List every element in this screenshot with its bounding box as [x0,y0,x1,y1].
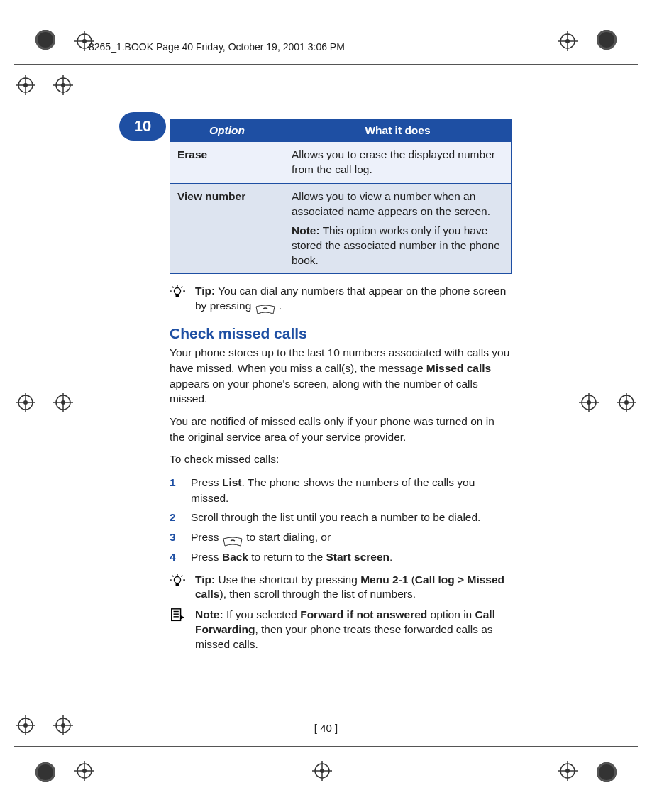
svg-line-62 [172,575,174,576]
t2: ( [408,574,414,586]
note-label: Note: [195,608,223,620]
tip-label: Tip: [195,574,215,586]
svg-point-35 [565,769,570,773]
table-header-row: Option What it does [170,120,512,142]
tip-label: Tip: [195,285,215,297]
step-number: 2 [170,510,176,525]
option-desc-text: Allows you to view a number when an asso… [292,190,490,217]
svg-point-58 [174,576,180,583]
svg-point-27 [82,769,87,773]
svg-point-3 [82,39,87,43]
option-label: View number [170,183,284,274]
steps-list: 1 Press List. The phone shows the number… [170,473,512,566]
svg-point-31 [320,769,324,773]
registration-mark-icon [74,761,94,781]
registration-mark-icon [53,393,73,412]
svg-rect-64 [172,609,181,621]
tip-text: Tip: Use the shortcut by pressing Menu 2… [195,573,512,603]
svg-point-19 [624,400,629,405]
note-label: Note: [292,224,320,236]
step-post: to start dialing, or [246,531,331,543]
registration-mark-icon [16,393,35,412]
option-desc: Allows you to erase the displayed number… [284,142,512,184]
registration-mark-icon [53,75,73,95]
cogwheel-icon [597,30,617,50]
body-paragraph: Your phone stores up to the last 10 numb… [170,345,512,407]
registration-mark-icon [617,393,636,412]
note-block: Note: If you selected Forward if not ans… [170,608,512,652]
table-row: Erase Allows you to erase the displayed … [170,142,512,184]
t1: Use the shortcut by pressing [215,574,360,586]
registration-mark-icon [579,393,599,412]
svg-point-52 [174,288,180,295]
svg-point-39 [23,83,28,87]
svg-point-15 [61,400,65,405]
svg-point-11 [23,400,28,405]
t2: option in [427,608,475,620]
b1: Menu 2-1 [360,574,408,586]
step-pre: Press [191,551,222,563]
step-item: 3 Press to start dialing, or [170,527,512,547]
registration-mark-icon [558,761,578,781]
lightbulb-icon [170,573,188,603]
running-header: 8265_1.BOOK Page 40 Friday, October 19, … [89,41,345,53]
step-bold: List [222,476,242,488]
option-note: Note: This option works only if you have… [292,224,504,268]
options-table: Option What it does Erase Allows you to … [170,119,512,274]
table-row: View number Allows you to view a number … [170,183,512,274]
page: 8265_1.BOOK Page 40 Friday, October 19, … [0,0,652,812]
call-key-icon [222,534,243,542]
svg-line-56 [172,287,174,288]
registration-mark-icon [16,75,35,95]
cogwheel-icon [597,762,617,782]
registration-mark-icon [558,31,578,51]
col-option: Option [170,120,284,142]
svg-point-7 [565,39,570,43]
step-bold: Back [222,551,248,563]
t1: If you selected [223,608,301,620]
step-item: 2 Scroll through the list until you reac… [170,508,512,527]
tip-block: Tip: You can dial any numbers that appea… [170,284,512,314]
option-label: Erase [170,142,284,184]
crop-rule-top [14,64,638,65]
t3: ), then scroll through the list of numbe… [219,588,416,600]
crop-rule-bottom [14,746,638,747]
svg-line-63 [182,575,183,576]
p1b: Missed calls [426,362,491,374]
note-page-icon [170,608,188,652]
b1: Forward if not answered [300,608,427,620]
step-pre: Press [191,476,222,488]
page-number: [ 40 ] [0,722,652,734]
lightbulb-icon [170,284,188,314]
cogwheel-icon [35,30,55,50]
svg-point-23 [587,400,591,405]
step-item: 1 Press List. The phone shows the number… [170,473,512,508]
step-bold2: Start screen [326,551,389,563]
option-desc: Allows you to view a number when an asso… [284,183,512,274]
call-key-icon [255,302,276,311]
tip-after: . [276,300,282,312]
step-mid: to return to the [248,551,326,563]
col-what: What it does [284,120,512,142]
chapter-tab: 10 [119,112,166,141]
step-number: 4 [170,549,176,565]
svg-point-43 [61,83,65,87]
note-text: This option works only if you have store… [292,224,500,266]
section-heading: Check missed calls [170,325,512,342]
step-pre: Press [191,531,222,543]
svg-line-57 [182,287,183,288]
tip-body: You can dial any numbers that appear on … [195,285,506,312]
cogwheel-icon [35,762,55,782]
step-item: 4 Press Back to return to the Start scre… [170,547,512,567]
body-paragraph: You are notified of missed calls only if… [170,414,512,444]
step-number: 3 [170,530,176,545]
tip-block: Tip: Use the shortcut by pressing Menu 2… [170,573,512,603]
note-text: Note: If you selected Forward if not ans… [195,608,512,652]
main-content: Option What it does Erase Allows you to … [170,119,512,652]
body-paragraph: To check missed calls: [170,451,512,467]
registration-mark-icon [312,761,332,781]
step-pre: Scroll through the list until you reach … [191,511,480,523]
step-number: 1 [170,475,176,490]
chapter-number: 10 [134,117,151,136]
step-post: . [389,551,392,563]
